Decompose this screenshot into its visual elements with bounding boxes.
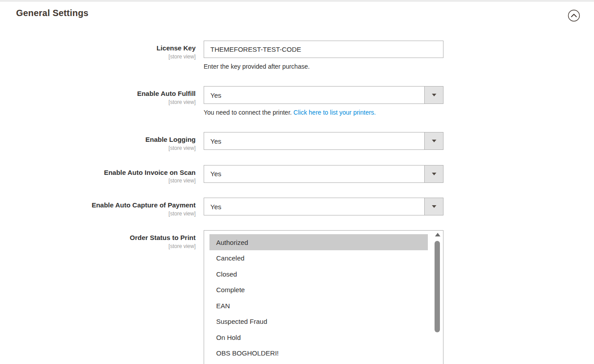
list-printers-link[interactable]: Click here to list your printers. <box>293 109 376 116</box>
scroll-up-arrow-icon[interactable] <box>435 233 440 236</box>
enable-auto-capture-value: Yes <box>210 203 221 211</box>
option-closed[interactable]: Closed <box>209 266 428 282</box>
field-enable-logging: Enable Logging [store view] Yes <box>0 132 594 152</box>
license-key-scope: [store view] <box>0 54 196 61</box>
caret-down-icon <box>432 94 436 96</box>
select-arrow-button[interactable] <box>424 87 443 103</box>
general-settings-header: General Settings <box>0 2 594 18</box>
option-payment-review[interactable]: Payment Review <box>209 361 428 364</box>
enable-auto-invoice-select[interactable]: Yes <box>204 165 443 183</box>
license-key-label: License Key <box>0 44 196 53</box>
general-settings-form: License Key [store view] Enter the key p… <box>0 41 594 364</box>
select-arrow-button[interactable] <box>424 165 443 182</box>
option-canceled[interactable]: Canceled <box>209 250 428 266</box>
option-suspected-fraud[interactable]: Suspected Fraud <box>209 314 428 330</box>
select-arrow-button[interactable] <box>424 132 443 149</box>
collapse-section-button[interactable] <box>568 9 580 22</box>
enable-logging-select[interactable]: Yes <box>204 132 443 150</box>
field-enable-auto-fulfill: Enable Auto Fulfill [store view] Yes You… <box>0 86 594 119</box>
license-key-note: Enter the key provided after purchase. <box>204 62 443 70</box>
enable-auto-invoice-scope: [store view] <box>0 178 196 185</box>
option-on-hold[interactable]: On Hold <box>209 329 428 345</box>
license-key-input[interactable] <box>204 41 443 58</box>
enable-auto-capture-scope: [store view] <box>0 211 196 218</box>
enable-auto-invoice-value: Yes <box>210 170 221 178</box>
enable-logging-label: Enable Logging <box>0 136 196 144</box>
caret-down-icon <box>432 140 436 142</box>
order-status-label: Order Status to Print <box>0 234 196 242</box>
option-complete[interactable]: Complete <box>209 282 428 298</box>
select-arrow-button[interactable] <box>424 198 443 215</box>
option-obs-bogholderi[interactable]: OBS BOGHOLDERI! <box>209 345 428 361</box>
enable-auto-fulfill-label: Enable Auto Fulfill <box>0 90 196 98</box>
caret-down-icon <box>432 173 436 175</box>
enable-auto-fulfill-select[interactable]: Yes <box>204 86 443 104</box>
page-title: General Settings <box>16 8 578 18</box>
enable-logging-scope: [store view] <box>0 145 196 152</box>
order-status-multiselect[interactable]: Authorized Canceled Closed Complete EAN … <box>204 230 443 364</box>
enable-auto-fulfill-scope: [store view] <box>0 99 196 106</box>
order-status-scope: [store view] <box>0 243 196 250</box>
enable-auto-fulfill-note: You need to connect the printer. Click h… <box>204 108 443 116</box>
enable-auto-fulfill-value: Yes <box>210 91 221 99</box>
caret-down-icon <box>432 205 436 208</box>
enable-auto-invoice-label: Enable Auto Invoice on Scan <box>0 169 196 177</box>
enable-auto-capture-label: Enable Auto Capture of Payment <box>0 201 196 210</box>
chevron-up-circle-icon <box>568 17 580 23</box>
field-license-key: License Key [store view] Enter the key p… <box>0 41 594 73</box>
option-ean[interactable]: EAN <box>209 298 428 314</box>
field-order-status-to-print: Order Status to Print [store view] Autho… <box>0 230 594 364</box>
enable-logging-value: Yes <box>210 137 221 145</box>
option-authorized[interactable]: Authorized <box>209 234 428 250</box>
field-enable-auto-invoice: Enable Auto Invoice on Scan [store view]… <box>0 165 594 185</box>
multiselect-scrollbar[interactable] <box>434 232 441 364</box>
scrollbar-thumb[interactable] <box>435 241 440 332</box>
field-enable-auto-capture: Enable Auto Capture of Payment [store vi… <box>0 198 594 217</box>
enable-auto-capture-select[interactable]: Yes <box>204 198 443 215</box>
